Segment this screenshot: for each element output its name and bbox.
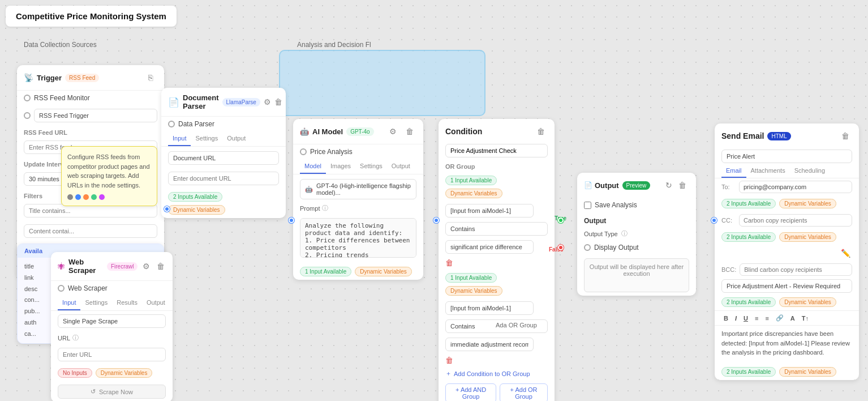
- cond-g2-input2[interactable]: [445, 338, 534, 351]
- condition-name-input[interactable]: [445, 144, 548, 157]
- section-label-analysis: Analysis and Decision Fl: [297, 41, 371, 49]
- fmt-list1[interactable]: ≡: [753, 314, 760, 323]
- to-input[interactable]: [739, 181, 852, 193]
- output-doc-icon: 📄: [584, 181, 592, 189]
- url-label: RSS Feed URL: [17, 126, 164, 137]
- condition-delete-btn[interactable]: 🗑: [534, 125, 548, 138]
- rss-icon: 📡: [24, 73, 33, 82]
- tt-dot4: [91, 194, 97, 200]
- price-analysis-radio[interactable]: [300, 148, 307, 155]
- condition-title: Condition: [445, 127, 482, 136]
- web-scraper-title: Web Scraper: [68, 258, 104, 275]
- email-tab-attachments[interactable]: Attachments: [746, 164, 790, 178]
- cc-input[interactable]: [739, 214, 852, 227]
- scraper-tab-output[interactable]: Output: [142, 296, 170, 310]
- add-and-group-btn[interactable]: + Add AND Group: [445, 383, 496, 401]
- ai-inputs-pill: 1 Input Available: [300, 267, 351, 276]
- ai-tab-images[interactable]: Images: [326, 159, 355, 174]
- format-toolbar: B I U ≡ ≡ 🔗 A T↑: [715, 310, 859, 326]
- cc-label: CC:: [721, 217, 736, 224]
- app-title: Competitive Price Monitoring System: [6, 6, 177, 27]
- fmt-italic[interactable]: I: [733, 314, 739, 323]
- ai-tab-model[interactable]: Model: [300, 159, 326, 174]
- ai-tab-output[interactable]: Output: [387, 159, 415, 174]
- body-subject-input[interactable]: [721, 279, 852, 293]
- scraper-icon: 🕷: [58, 262, 65, 271]
- model-select-text: GPT-4o (High-intelligence flagship model…: [316, 182, 411, 196]
- fmt-color[interactable]: A: [788, 314, 797, 323]
- output-title: Output: [595, 181, 619, 190]
- tab-settings[interactable]: Settings: [191, 131, 222, 146]
- scrape-type-select[interactable]: Single Page Scrape: [58, 314, 166, 328]
- ai-gear-btn[interactable]: ⚙: [386, 125, 399, 138]
- cond-g1-select[interactable]: Contains: [445, 222, 548, 236]
- email-subject-input[interactable]: [721, 150, 852, 163]
- preview-badge: Preview: [622, 181, 651, 190]
- filter2-input[interactable]: [24, 224, 157, 238]
- scraper-gear-btn[interactable]: ⚙: [141, 259, 152, 273]
- analysis-box: [279, 50, 485, 116]
- cond-g1-delete-btn[interactable]: 🗑: [439, 256, 555, 270]
- trigger-copy-btn[interactable]: ⎘: [144, 71, 157, 84]
- fmt-link[interactable]: 🔗: [774, 313, 786, 323]
- conn-dot-3: [433, 217, 439, 223]
- cond-g1-input2[interactable]: [445, 240, 534, 254]
- doc-parser-delete-btn[interactable]: 🗑: [274, 95, 282, 109]
- ai-model-card: 🤖 AI Model GPT-4o ⚙ 🗑 Price Analysis Mod…: [293, 119, 423, 280]
- ai-tab-settings[interactable]: Settings: [355, 159, 387, 174]
- cond-g2-delete-btn[interactable]: 🗑: [439, 353, 555, 367]
- email-body-text: Important price discrepancies have been …: [721, 329, 852, 360]
- cond-group1-status: 1 Input Available Dynamic Variables: [439, 172, 555, 202]
- fmt-underline[interactable]: U: [741, 314, 750, 323]
- scraper-radio[interactable]: [58, 285, 65, 292]
- conn-dot-6: [711, 217, 717, 223]
- ai-delete-btn[interactable]: 🗑: [403, 125, 416, 138]
- fmt-bold[interactable]: B: [721, 314, 731, 323]
- doc-url-select[interactable]: Document URL: [168, 151, 279, 165]
- bcc-input[interactable]: [740, 263, 852, 276]
- add-condition-btn[interactable]: ＋ Add Condition to OR Group: [445, 369, 548, 378]
- tooltip-box: Configure RSS feeds from competitor prod…: [61, 146, 157, 206]
- cond-g2-dynamic: Dynamic Variables: [445, 286, 502, 296]
- trigger-select[interactable]: RSS Feed Trigger: [34, 109, 157, 122]
- cond-group2-status: 1 Input Available Dynamic Variables: [439, 270, 555, 299]
- firecrawl-badge: Firecrawl: [107, 262, 138, 271]
- output-refresh-btn[interactable]: ↻: [662, 178, 676, 192]
- email-tab-scheduling[interactable]: Scheduling: [790, 164, 830, 178]
- output-type-row: Output Type ⓘ: [577, 227, 696, 240]
- add-or-group-btn[interactable]: + Add OR Group: [500, 383, 548, 401]
- scraper-url-input[interactable]: [58, 348, 166, 361]
- save-analysis-checkbox[interactable]: [584, 202, 591, 209]
- email-tab-email[interactable]: Email: [721, 164, 746, 178]
- scrape-now-btn[interactable]: ↺ Scrape Now: [58, 385, 166, 399]
- prompt-textarea[interactable]: Analyze the following product data and i…: [300, 218, 416, 258]
- price-analysis-label: Price Analysis: [310, 148, 353, 156]
- scraper-tab-results[interactable]: Results: [112, 296, 142, 310]
- data-parser-radio[interactable]: [168, 121, 175, 127]
- email-to-inputs: 2 Inputs Available: [721, 199, 776, 208]
- doc-inputs-pill: 2 Inputs Available: [168, 192, 222, 202]
- trigger-radio[interactable]: [24, 112, 31, 119]
- cond-g2-input1[interactable]: [445, 301, 534, 315]
- doc-url-input[interactable]: [168, 172, 279, 185]
- doc-parser-gear-btn[interactable]: ⚙: [264, 95, 271, 109]
- fmt-list2[interactable]: ≡: [763, 314, 771, 323]
- email-body-inputs: 2 Inputs Available: [721, 297, 776, 307]
- monitor-radio[interactable]: [24, 95, 31, 101]
- email-delete-btn[interactable]: 🗑: [839, 129, 852, 143]
- scraper-tab-settings[interactable]: Settings: [80, 296, 112, 310]
- web-scraper-card: 🕷 Web Scraper Firecrawl ⚙ 🗑 Web Scraper …: [51, 252, 173, 401]
- scraper-tab-input[interactable]: Input: [58, 296, 80, 310]
- output-type-label: Output Type: [584, 231, 618, 237]
- fmt-superscript[interactable]: T↑: [800, 314, 811, 323]
- prompt-label-text: Prompt: [300, 205, 320, 212]
- tab-input[interactable]: Input: [168, 131, 191, 146]
- display-output-radio[interactable]: [584, 244, 591, 251]
- tab-output[interactable]: Output: [222, 131, 250, 146]
- cond-g1-input1[interactable]: [445, 204, 534, 217]
- condition-card: Condition 🗑 OR Group 1 Input Available D…: [439, 119, 555, 401]
- scraper-delete-btn[interactable]: 🗑: [155, 259, 166, 273]
- email-bottom-status: 2 Inputs Available Dynamic Variables: [715, 364, 859, 380]
- output-delete-btn[interactable]: 🗑: [676, 178, 689, 192]
- email-edit-btn[interactable]: ✏️: [839, 246, 852, 260]
